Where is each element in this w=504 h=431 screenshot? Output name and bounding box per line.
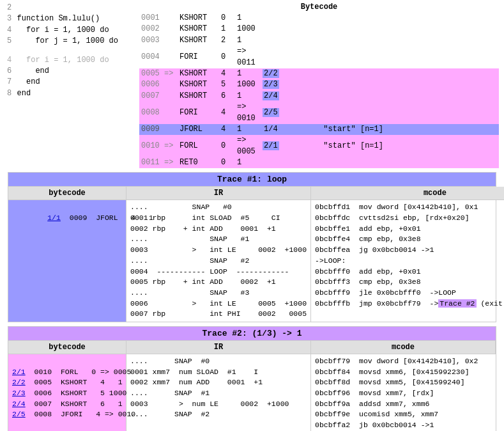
trace2-ir-body: .... SNAP #0 0001 xmm7 num SLOAD #1 I 00… [126, 354, 311, 431]
trace1-section: Trace #1: loop bytecode IR mcode 1/1 000… [8, 172, 496, 322]
table-row: 0004 FORI 0 => 0011 [139, 46, 499, 68]
trace2-col-ir: IR [126, 341, 311, 354]
trace2-bc-21[interactable]: 2/1 [12, 368, 26, 376]
table-row: 0007 KSHORT 6 1 2/4 [139, 91, 499, 102]
trace1-col-ir: IR [126, 187, 311, 200]
trace1-bc-link[interactable]: 1/1 [47, 214, 61, 222]
table-row: 0011 => RET0 0 1 [139, 157, 499, 168]
trace2-bc-24[interactable]: 2/4 [12, 400, 26, 408]
trace1-bytecode-body: 1/1 0009 JFORL 4 1 [8, 200, 126, 321]
trace2-col-mcode: mcode [311, 341, 496, 354]
trace2-header: Trace #2: (1/3) -> 1 [8, 327, 496, 340]
trace2-bytecode-body: 2/1 0010 FORL 0 => 0005 2/2 0005 KSHORT … [8, 354, 126, 431]
trace2-mcode-body: 0bcbff79 mov dword [0x4142b410], 0x2 0bc… [311, 354, 496, 431]
table-row: 0006 KSHORT 5 1000 2/3 [139, 79, 499, 90]
trace2-link-in-trace1[interactable]: Trace #2 [438, 299, 476, 308]
trace1-mcode-body: 0bcbffd1 mov dword [0x4142b410], 0x1 0bc… [311, 200, 504, 321]
table-row: 0003 KSHORT 2 1 [139, 35, 499, 46]
table-row: 0009 JFORL 4 1 1/4 "start" [n=1] [139, 124, 499, 135]
table-row: 0001 KSHORT 0 1 [139, 13, 499, 24]
trace1-header: Trace #1: loop [8, 173, 496, 186]
trace2-bc-22[interactable]: 2/2 [12, 378, 26, 386]
trace1-col-mcode: mcode [311, 187, 504, 200]
trace1-col-bytecode: bytecode [8, 187, 126, 200]
table-row: 0005 => KSHORT 4 1 2/2 [139, 68, 499, 79]
trace2-col-bytecode: bytecode [8, 341, 126, 354]
table-row: 0002 KSHORT 1 1000 [139, 24, 499, 35]
table-row: 0008 FORI 4 => 0010 2/5 [139, 102, 499, 124]
trace2-bc-25[interactable]: 2/5 [12, 410, 26, 418]
trace2-section: Trace #2: (1/3) -> 1 bytecode IR mcode 2… [8, 326, 496, 431]
table-row: 0010 => FORL 0 => 0005 2/1 "start" [n=1] [139, 135, 499, 157]
bytecode-header: Bytecode [139, 3, 499, 12]
trace1-ir-body: .... SNAP #0 0001 rbp int SLOAD #5 CI 00… [126, 200, 311, 321]
trace2-bc-23[interactable]: 2/3 [12, 389, 26, 397]
